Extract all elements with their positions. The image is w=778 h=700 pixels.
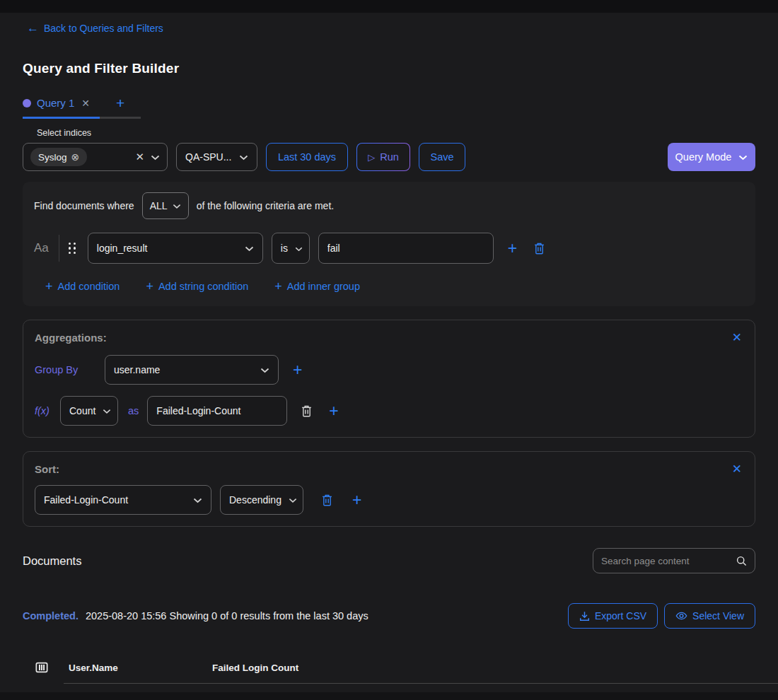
condition-field-value: login_result bbox=[97, 243, 148, 254]
aggregation-function-value: Count bbox=[69, 405, 95, 416]
results-table-header: User.Name Failed Login Count bbox=[23, 661, 755, 674]
chevron-down-icon bbox=[295, 243, 303, 254]
criteria-panel: Find documents where ALL of the followin… bbox=[23, 182, 755, 306]
add-query-tab-button[interactable]: + bbox=[100, 95, 141, 119]
run-button[interactable]: ▷ Run bbox=[356, 143, 410, 171]
sort-direction-value: Descending bbox=[229, 494, 281, 506]
condition-operator-select[interactable]: is bbox=[272, 233, 310, 264]
condition-row: Aa login_result is + bbox=[34, 233, 744, 264]
clear-indices-icon[interactable]: ✕ bbox=[135, 151, 144, 163]
query-mode-label: Query Mode bbox=[675, 151, 732, 163]
delete-condition-button[interactable] bbox=[534, 243, 545, 255]
add-inner-group-link[interactable]: + Add inner group bbox=[274, 280, 360, 293]
drag-handle-icon[interactable] bbox=[69, 243, 76, 255]
sort-field-value: Failed-Login-Count bbox=[44, 494, 128, 506]
sort-direction-select[interactable]: Descending bbox=[220, 485, 303, 515]
window-bottom-strip bbox=[0, 692, 778, 700]
aggregation-alias-input[interactable] bbox=[147, 396, 287, 426]
chevron-down-icon bbox=[289, 494, 297, 506]
columns-icon[interactable] bbox=[35, 661, 48, 674]
chevron-down-icon bbox=[260, 364, 269, 375]
time-range-button[interactable]: Last 30 days bbox=[266, 143, 348, 171]
window-top-strip bbox=[0, 0, 778, 13]
index-pattern-select[interactable]: QA-SPU... bbox=[176, 143, 257, 171]
select-view-label: Select View bbox=[692, 610, 744, 622]
chevron-down-icon[interactable] bbox=[151, 151, 160, 163]
chevron-down-icon bbox=[738, 151, 748, 163]
tab-label: Query 1 bbox=[37, 97, 74, 109]
plus-icon: + bbox=[45, 280, 53, 293]
back-to-queries-link[interactable]: ← Back to Queries and Filters bbox=[27, 22, 163, 34]
index-chip-syslog[interactable]: Syslog ⊗ bbox=[30, 148, 87, 166]
query-tabs: Query 1 ✕ + bbox=[23, 95, 755, 119]
aggregation-function-select[interactable]: Count bbox=[60, 396, 118, 426]
match-mode-select[interactable]: ALL bbox=[142, 192, 189, 219]
add-group-by-icon[interactable]: + bbox=[293, 362, 302, 378]
function-row: f(x) Count as + bbox=[35, 396, 743, 426]
index-chip-label: Syslog bbox=[38, 152, 67, 163]
documents-header: Documents bbox=[23, 548, 755, 573]
tab-close-icon[interactable]: ✕ bbox=[81, 98, 90, 109]
delete-sort-button[interactable] bbox=[322, 494, 332, 506]
chevron-down-icon bbox=[239, 151, 248, 163]
group-by-row: Group By user.name + bbox=[35, 355, 743, 385]
back-arrow-icon: ← bbox=[27, 22, 39, 34]
group-by-select[interactable]: user.name bbox=[105, 355, 279, 385]
group-by-value: user.name bbox=[114, 364, 160, 375]
sort-field-select[interactable]: Failed-Login-Count bbox=[35, 485, 211, 515]
select-indices-label: Select indices bbox=[37, 128, 755, 138]
condition-value-input[interactable] bbox=[318, 233, 494, 264]
tab-status-dot bbox=[23, 99, 31, 107]
column-header-username[interactable]: User.Name bbox=[69, 663, 212, 673]
search-icon[interactable] bbox=[736, 556, 747, 566]
column-header-failed-login-count[interactable]: Failed Login Count bbox=[212, 663, 298, 673]
delete-aggregation-button[interactable] bbox=[301, 405, 312, 417]
table-header-divider bbox=[64, 683, 778, 684]
divider bbox=[59, 235, 59, 262]
run-label: Run bbox=[380, 151, 399, 163]
search-input[interactable] bbox=[601, 556, 731, 566]
add-string-condition-link[interactable]: + Add string condition bbox=[146, 280, 248, 293]
criteria-suffix: of the following criteria are met. bbox=[197, 200, 335, 211]
save-label: Save bbox=[430, 151, 453, 163]
condition-field-select[interactable]: login_result bbox=[88, 233, 263, 264]
tab-query-1[interactable]: Query 1 ✕ bbox=[23, 97, 100, 119]
as-label: as bbox=[128, 405, 139, 416]
page-title: Query and Filter Builder bbox=[23, 61, 755, 76]
add-condition-inline-icon[interactable]: + bbox=[508, 240, 517, 257]
index-pattern-value: QA-SPU... bbox=[185, 151, 231, 163]
export-csv-button[interactable]: Export CSV bbox=[568, 603, 658, 629]
status-text: 2025-08-20 15:56 Showing 0 of 0 results … bbox=[86, 610, 368, 622]
save-button[interactable]: Save bbox=[419, 143, 465, 171]
plus-icon: + bbox=[146, 280, 153, 293]
eye-icon bbox=[675, 611, 687, 621]
chevron-down-icon bbox=[103, 405, 111, 416]
plus-icon: + bbox=[274, 280, 282, 293]
criteria-prefix: Find documents where bbox=[34, 200, 134, 211]
close-sort-icon[interactable]: ✕ bbox=[732, 462, 742, 477]
play-icon: ▷ bbox=[368, 152, 375, 163]
case-sensitivity-icon[interactable]: Aa bbox=[34, 241, 49, 255]
add-condition-link[interactable]: + Add condition bbox=[45, 280, 120, 293]
back-link-label: Back to Queries and Filters bbox=[44, 23, 163, 34]
indices-multiselect[interactable]: Syslog ⊗ ✕ bbox=[23, 143, 168, 171]
chevron-down-icon bbox=[173, 200, 181, 211]
download-icon bbox=[579, 611, 590, 622]
aggregations-title: Aggregations: bbox=[35, 332, 743, 344]
close-aggregations-icon[interactable]: ✕ bbox=[732, 330, 742, 345]
query-mode-button[interactable]: Query Mode bbox=[668, 143, 755, 171]
add-string-condition-label: Add string condition bbox=[158, 281, 248, 292]
add-sort-icon[interactable]: + bbox=[352, 492, 361, 508]
status-row: Completed. 2025-08-20 15:56 Showing 0 of… bbox=[23, 603, 755, 629]
group-by-label: Group By bbox=[35, 364, 105, 375]
chip-remove-icon[interactable]: ⊗ bbox=[71, 151, 80, 163]
toolbar: Syslog ⊗ ✕ QA-SPU... Last 30 days ▷ Run bbox=[23, 143, 755, 171]
sort-title: Sort: bbox=[35, 463, 743, 475]
export-csv-label: Export CSV bbox=[595, 610, 646, 622]
fx-label: f(x) bbox=[35, 405, 60, 416]
condition-operator-value: is bbox=[281, 243, 288, 254]
add-aggregation-icon[interactable]: + bbox=[329, 403, 338, 419]
select-view-button[interactable]: Select View bbox=[664, 603, 755, 629]
status-badge: Completed. bbox=[23, 610, 79, 622]
page-search-box bbox=[593, 548, 755, 573]
